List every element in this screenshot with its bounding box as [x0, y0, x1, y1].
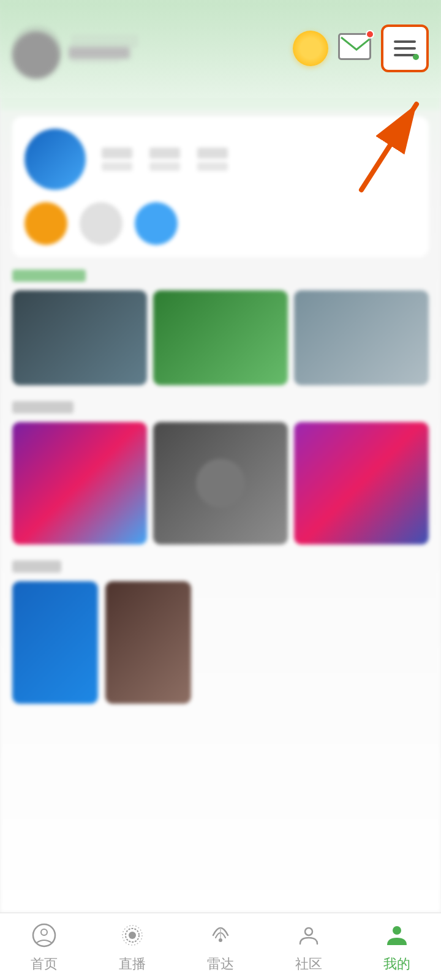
live-icon	[118, 921, 147, 950]
bottom-nav: 首页 直播 雷达	[0, 913, 441, 980]
nav-label-community: 社区	[295, 955, 322, 973]
nav-item-community[interactable]: 社区	[265, 921, 353, 973]
weather-icon	[293, 31, 328, 66]
mail-icon-wrapper[interactable]	[338, 33, 371, 64]
svg-point-4	[129, 932, 136, 939]
nav-label-live: 直播	[119, 955, 146, 973]
mine-icon	[382, 921, 412, 950]
nav-label-home: 首页	[31, 955, 58, 973]
nav-item-radar[interactable]: 雷达	[176, 921, 265, 973]
notification-dot	[366, 30, 374, 39]
nav-item-mine[interactable]: 我的	[353, 921, 441, 973]
nav-item-live[interactable]: 直播	[88, 921, 176, 973]
home-icon	[29, 921, 59, 950]
header-icons	[293, 24, 429, 72]
radar-icon	[206, 921, 235, 950]
svg-point-10	[393, 926, 401, 935]
svg-point-9	[305, 928, 312, 935]
main-content	[0, 0, 441, 913]
settings-green-dot	[413, 54, 419, 60]
community-icon	[294, 921, 323, 950]
svg-point-3	[41, 929, 47, 935]
settings-button[interactable]	[381, 24, 429, 72]
nav-label-radar: 雷达	[207, 955, 234, 973]
nav-item-home[interactable]: 首页	[0, 921, 88, 973]
header	[0, 0, 441, 98]
nav-label-mine: 我的	[383, 955, 410, 973]
svg-point-7	[219, 938, 222, 942]
